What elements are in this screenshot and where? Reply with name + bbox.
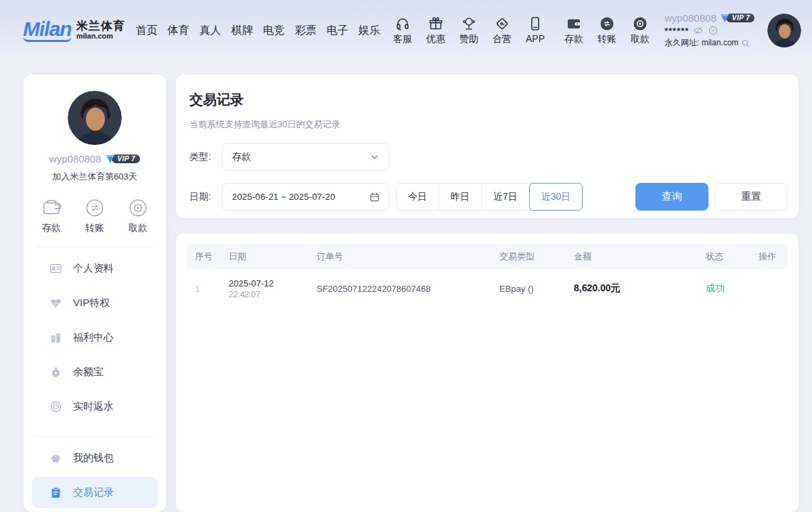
type-select[interactable]: 存款	[222, 143, 389, 171]
customer-service-button[interactable]: 客服	[390, 16, 415, 45]
table-row: 1 2025-07-12 22:42:07 SF2025071222420786…	[187, 269, 788, 308]
nav-sports[interactable]: 体育	[168, 24, 189, 38]
chevron-down-circle-icon[interactable]	[708, 25, 719, 36]
headset-icon	[394, 16, 411, 32]
type-select-value: 存款	[232, 151, 251, 163]
sidebar-item-transactions[interactable]: 交易记录	[32, 477, 158, 508]
date-range-input[interactable]: 2025-06-21 ~ 2025-07-20	[222, 183, 389, 211]
app-download-button[interactable]: APP	[523, 16, 547, 44]
vip-gem-icon	[105, 154, 116, 164]
sidebar-quick-actions: 存款 转账 取款	[24, 198, 166, 234]
gift-icon	[428, 16, 444, 32]
date-filter-row: 日期: 2025-06-21 ~ 2025-07-20 今日 昨日 近7日 近3…	[189, 183, 788, 211]
nav-slots[interactable]: 电子	[327, 24, 348, 38]
phone-icon	[527, 16, 543, 32]
top-navbar: Milan 米兰体育 milan.com 首页 体育 真人 棋牌 电竞 彩票 电…	[0, 0, 812, 61]
range-today-button[interactable]: 今日	[397, 184, 439, 210]
page-subtitle: 当前系统支持查询最近30日的交易记录	[189, 119, 788, 131]
welfare-icon	[49, 331, 62, 344]
affiliate-button[interactable]: 合营	[490, 16, 514, 45]
page: Milan 米兰体育 milan.com 首页 体育 真人 棋牌 电竞 彩票 电…	[0, 0, 812, 512]
quick-range-group: 今日 昨日 近7日 近30日	[396, 183, 583, 211]
sidebar-transfer-button[interactable]: 转账	[85, 198, 105, 234]
permanent-url-text: 永久网址: milan.com	[664, 37, 738, 49]
sidebar-item-welfare[interactable]: 福利中心	[24, 320, 166, 355]
joined-days-text: 加入米兰体育第603天	[24, 171, 166, 183]
cell-index: 1	[195, 284, 229, 294]
sidebar-item-profile[interactable]: 个人资料	[24, 251, 166, 286]
vip-gem-icon	[719, 14, 730, 23]
col-date: 日期	[229, 251, 317, 263]
nav-esports[interactable]: 电竞	[263, 24, 285, 38]
range-7days-button[interactable]: 近7日	[482, 184, 530, 210]
eye-off-icon[interactable]	[693, 25, 704, 36]
reset-button[interactable]: 重置	[715, 183, 788, 211]
sidebar-item-wallet[interactable]: 我的钱包	[24, 441, 166, 475]
transfer-button[interactable]: 转账	[595, 16, 619, 45]
col-amount: 金额	[574, 251, 706, 263]
trophy-icon	[461, 16, 477, 32]
piggy-bank-icon	[49, 452, 62, 465]
sidebar-menu-bottom: 我的钱包 交易记录	[24, 441, 166, 508]
chevron-down-icon	[369, 151, 380, 163]
logo-cn-text: 米兰体育	[76, 20, 125, 33]
sponsor-button[interactable]: 赞助	[457, 16, 481, 45]
deposit-button[interactable]: 存款	[562, 16, 586, 45]
sidebar-divider	[36, 436, 154, 437]
profile-sidebar: wyp080808 VIP 7 加入米兰体育第603天 存款 转账 取款	[24, 74, 166, 512]
type-filter-row: 类型: 存款	[189, 143, 788, 171]
cell-date-time: 22:42:07	[229, 290, 317, 299]
sidebar-item-yuebao[interactable]: 余额宝	[24, 355, 166, 389]
money-bag-icon	[49, 366, 62, 379]
rebate-icon	[49, 400, 62, 413]
sidebar-vip-badge: VIP 7	[105, 154, 141, 164]
transaction-filter-panel: 交易记录 当前系统支持查询最近30日的交易记录 类型: 存款 日期: 2025-…	[176, 74, 798, 218]
username-text[interactable]: wyp080808	[664, 12, 717, 24]
site-logo[interactable]: Milan 米兰体育 milan.com	[23, 19, 125, 42]
sidebar-withdraw-button[interactable]: 取款	[128, 198, 148, 234]
nav-lottery[interactable]: 彩票	[295, 24, 317, 38]
col-status: 状态	[706, 251, 759, 263]
vip-badge: VIP 7	[719, 14, 755, 23]
col-order-no: 订单号	[317, 251, 499, 263]
transfer-icon	[85, 198, 105, 218]
date-range-value: 2025-06-21 ~ 2025-07-20	[232, 192, 335, 202]
handshake-icon	[494, 16, 510, 32]
vip-level-text: VIP 7	[726, 14, 755, 22]
nav-entertainment[interactable]: 娱乐	[359, 24, 380, 38]
cell-date: 2025-07-12 22:42:07	[229, 278, 317, 299]
masked-balance-text: ******	[664, 26, 689, 36]
transaction-table-panel: 序号 日期 订单号 交易类型 金额 状态 操作 1 2025-07-12 22:…	[176, 234, 798, 512]
cell-date-day: 2025-07-12	[229, 278, 317, 289]
nav-live[interactable]: 真人	[200, 24, 221, 38]
logo-script-text: Milan	[23, 19, 72, 42]
clipboard-icon	[49, 486, 62, 499]
user-avatar[interactable]	[767, 14, 801, 47]
sidebar-vip-level-text: VIP 7	[112, 154, 141, 163]
query-button[interactable]: 查询	[635, 183, 708, 211]
sidebar-username-text: wyp080808	[49, 153, 102, 165]
sidebar-divider	[36, 247, 154, 247]
range-yesterday-button[interactable]: 昨日	[439, 184, 482, 210]
profile-avatar	[68, 91, 122, 145]
withdraw-filled-icon	[632, 16, 648, 32]
wallet-filled-icon	[566, 16, 582, 32]
withdraw-button[interactable]: 取款	[628, 16, 652, 45]
vip-privilege-icon	[49, 297, 62, 310]
cell-order-no: SF202507122242078607468	[317, 284, 499, 294]
calendar-icon	[369, 191, 380, 202]
sidebar-menu: 个人资料 VIP特权 福利中心 余额宝 实时返水	[24, 251, 166, 424]
id-card-icon	[49, 262, 62, 275]
nav-cards[interactable]: 棋牌	[231, 24, 253, 38]
sidebar-item-rebate[interactable]: 实时返水	[24, 389, 166, 424]
nav-home[interactable]: 首页	[136, 24, 158, 38]
sidebar-deposit-button[interactable]: 存款	[41, 198, 62, 234]
range-30days-button[interactable]: 近30日	[529, 183, 583, 211]
magnifier-icon[interactable]	[740, 38, 751, 49]
user-info-block: wyp080808 VIP 7 ****** 永久网址: milan.com	[664, 12, 759, 49]
promotions-button[interactable]: 优惠	[424, 16, 448, 45]
wallet-icon	[41, 198, 62, 218]
cell-amount: 8,620.00元	[574, 282, 706, 295]
date-label: 日期:	[189, 191, 222, 203]
sidebar-item-vip[interactable]: VIP特权	[24, 286, 166, 320]
